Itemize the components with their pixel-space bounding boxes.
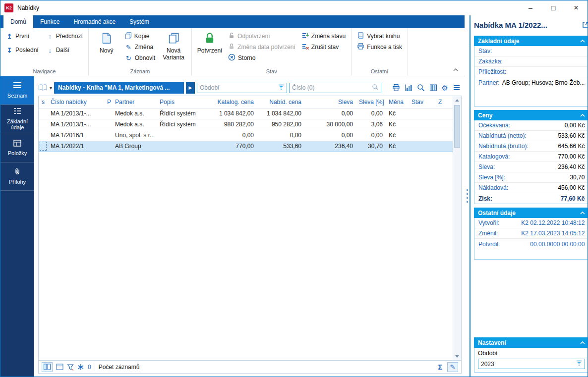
collapse-ribbon-button[interactable]: [452, 67, 460, 73]
cell[interactable]: 1 034 842,00: [214, 108, 257, 119]
select-book-button[interactable]: Vybrat knihu: [355, 31, 404, 42]
cell[interactable]: Medok a.s.: [112, 119, 157, 130]
cell[interactable]: Kč: [386, 130, 409, 141]
next-record-button[interactable]: ↓ Další: [45, 45, 84, 55]
search-input[interactable]: [292, 84, 370, 91]
table-row[interactable]: MA 1/2016/1 Uno, spol. s r... 0,00 0,00 …: [39, 130, 453, 141]
cell[interactable]: MA 1/2016/1: [48, 130, 104, 141]
cell[interactable]: [104, 108, 112, 119]
tab-domu[interactable]: Domů: [3, 15, 33, 28]
close-button[interactable]: ×: [565, 0, 588, 15]
cell[interactable]: [435, 130, 453, 141]
cell[interactable]: 30,70: [356, 141, 386, 152]
open-in-window-icon[interactable]: [582, 21, 588, 28]
col-header-p[interactable]: P: [104, 96, 112, 108]
minimize-button[interactable]: –: [519, 0, 542, 15]
cell[interactable]: 770,00: [214, 141, 257, 152]
cancel-state-button[interactable]: Zrušit stav: [300, 42, 347, 53]
cell[interactable]: [39, 130, 48, 141]
cell[interactable]: 980 282,00: [214, 119, 257, 130]
tab-funkce[interactable]: Funkce: [33, 15, 66, 28]
col-header-mena[interactable]: Měna: [386, 96, 409, 108]
field-partner[interactable]: Partner:AB Group; Husova; Brno-Žeb...: [474, 77, 588, 88]
cell[interactable]: 950 282,00: [257, 119, 304, 130]
new-variant-button[interactable]: Nová Varianta: [160, 31, 187, 61]
col-header-s[interactable]: s: [39, 96, 48, 108]
functions-print-button[interactable]: Funkce a tisk: [355, 42, 404, 53]
cell[interactable]: [104, 130, 112, 141]
table-row-selected[interactable]: MA 1/2022/1 AB Group 770,00 533,60 236,4…: [39, 141, 453, 152]
cell[interactable]: 30 000,00: [304, 119, 356, 130]
table-row[interactable]: MA 1/2013/1-... Medok a.s. Řídící systém…: [39, 108, 453, 119]
storno-button[interactable]: Storno: [227, 53, 297, 63]
col-header-cislo[interactable]: Číslo nabídky: [48, 96, 104, 108]
first-record-button[interactable]: ↥ První: [4, 31, 40, 42]
cell[interactable]: Řídící systém: [157, 108, 214, 119]
panel-splitter[interactable]: [465, 15, 470, 377]
change-confirm-date-button[interactable]: Změna data potvrzení: [227, 42, 297, 53]
cell[interactable]: [409, 130, 435, 141]
cell[interactable]: 533,60: [257, 141, 304, 152]
edit-mode-button[interactable]: ✎: [447, 362, 458, 372]
table-row[interactable]: MA 1/2013/1-... Medok a.s. Řídící systém…: [39, 119, 453, 130]
cell[interactable]: Uno, spol. s r...: [112, 130, 157, 141]
cell[interactable]: [39, 119, 48, 130]
cell[interactable]: 0,00: [304, 108, 356, 119]
cell[interactable]: [409, 141, 435, 152]
cell[interactable]: [104, 119, 112, 130]
col-header-sleva-pct[interactable]: Sleva [%]: [356, 96, 386, 108]
print-icon[interactable]: [392, 84, 400, 92]
vertical-scrollbar[interactable]: [453, 96, 461, 360]
filter-list-icon[interactable]: [576, 360, 582, 368]
chevron-up-icon[interactable]: [580, 40, 585, 43]
col-header-nabid-cena[interactable]: Nabíd. cena: [257, 96, 304, 108]
columns-icon[interactable]: [429, 84, 437, 92]
chevron-up-icon[interactable]: [580, 114, 585, 117]
cell[interactable]: MA 1/2013/1-...: [48, 119, 104, 130]
cell[interactable]: 0,00: [356, 130, 386, 141]
cell[interactable]: 1 034 842,00: [257, 108, 304, 119]
chevron-down-icon[interactable]: ▾: [50, 85, 52, 91]
section-header-ostatni[interactable]: Ostatní údaje: [474, 208, 588, 218]
scrollbar-track[interactable]: [453, 104, 461, 352]
cell[interactable]: 0,00: [257, 130, 304, 141]
scrollbar-thumb[interactable]: [454, 105, 460, 148]
settings-gear-icon[interactable]: ⚙: [442, 84, 448, 92]
tab-system[interactable]: Systém: [122, 15, 156, 28]
preview-panel-button[interactable]: [56, 364, 63, 370]
period-setting-select[interactable]: 2023: [478, 359, 585, 369]
search-icon[interactable]: [372, 84, 378, 92]
sum-icon[interactable]: Σ: [438, 363, 442, 371]
cell[interactable]: [157, 130, 214, 141]
cell[interactable]: 0,00: [304, 130, 356, 141]
book-title-bar[interactable]: Nabídky - Kniha "MA 1, Marketingová ...: [54, 82, 184, 94]
cell[interactable]: 0,00: [214, 130, 257, 141]
field-zakazka[interactable]: Zakázka:: [474, 56, 588, 67]
scroll-down-button[interactable]: [453, 352, 461, 360]
section-header-nastaveni[interactable]: Nastavení: [474, 337, 588, 348]
cell[interactable]: [409, 119, 435, 130]
cell[interactable]: Medok a.s.: [112, 108, 157, 119]
cell-focused[interactable]: [39, 141, 48, 152]
field-prilezitost[interactable]: Příležitost:: [474, 67, 588, 77]
cell[interactable]: [409, 108, 435, 119]
refresh-button[interactable]: ↻ Obnovit: [123, 53, 157, 63]
cell[interactable]: [435, 141, 453, 152]
new-button[interactable]: Nový: [93, 31, 120, 54]
sidebar-item-seznam[interactable]: Seznam: [0, 76, 34, 105]
confirm-button[interactable]: Potvrzení: [196, 31, 224, 54]
chart-icon[interactable]: [405, 84, 412, 92]
col-header-z[interactable]: Z: [435, 96, 453, 108]
analysis-search-icon[interactable]: [417, 84, 425, 92]
last-record-button[interactable]: ↧ Poslední: [4, 45, 40, 55]
view-columns-button[interactable]: [42, 362, 53, 372]
copy-button[interactable]: Kopie: [123, 31, 157, 42]
sidebar-item-zakladni-udaje[interactable]: Základní údaje: [0, 105, 34, 134]
period-filter-input[interactable]: [200, 84, 276, 91]
field-stav[interactable]: Stav:: [474, 46, 588, 56]
book-expand-button[interactable]: ▶: [186, 82, 195, 94]
search-combo[interactable]: [289, 83, 381, 93]
cell[interactable]: [39, 108, 48, 119]
cell[interactable]: 0,00: [356, 108, 386, 119]
background-tasks-icon[interactable]: [77, 364, 84, 371]
